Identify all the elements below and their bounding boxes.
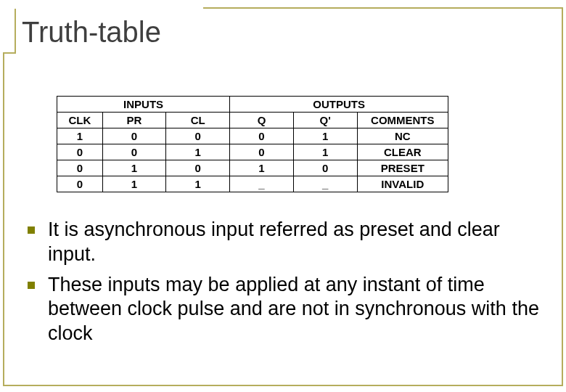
bullet-list: It is asynchronous input referred as pre… xyxy=(28,218,544,352)
cell: 0 xyxy=(102,144,166,160)
bullet-item: It is asynchronous input referred as pre… xyxy=(28,218,544,267)
cell: 1 xyxy=(166,176,230,192)
cell: 1 xyxy=(102,160,166,176)
cell: 0 xyxy=(166,160,230,176)
outputs-group-header: OUTPUTS xyxy=(230,97,448,113)
cell: NC xyxy=(357,128,448,144)
square-bullet-icon xyxy=(28,226,35,234)
square-bullet-icon xyxy=(28,282,35,289)
cell: _ xyxy=(230,176,294,192)
table-row: 0 1 0 1 0 PRESET xyxy=(57,160,448,176)
cell: PRESET xyxy=(357,160,448,176)
cell: 1 xyxy=(102,176,166,192)
cell: CLEAR xyxy=(357,144,448,160)
cell: INVALID xyxy=(357,176,448,192)
cell: 1 xyxy=(230,160,294,176)
cell: _ xyxy=(293,176,357,192)
slide-title: Truth-table xyxy=(22,16,161,49)
cell: 0 xyxy=(102,128,166,144)
col-clk: CLK xyxy=(57,113,103,128)
bullet-item: These inputs may be applied at any insta… xyxy=(28,273,544,346)
group-header-row: INPUTS OUTPUTS xyxy=(57,97,448,113)
cell: 0 xyxy=(57,144,103,160)
table-row: 1 0 0 0 1 NC xyxy=(57,128,448,144)
cell: 1 xyxy=(57,128,103,144)
cell: 0 xyxy=(57,176,103,192)
col-cl: CL xyxy=(166,113,230,128)
table-row: 0 1 1 _ _ INVALID xyxy=(57,176,448,192)
bullet-text: These inputs may be applied at any insta… xyxy=(48,273,544,346)
col-q: Q xyxy=(230,113,294,128)
cell: 1 xyxy=(293,128,357,144)
cell: 1 xyxy=(293,144,357,160)
table: INPUTS OUTPUTS CLK PR CL Q Q' COMMENTS 1… xyxy=(57,96,448,192)
cell: 1 xyxy=(166,144,230,160)
cell: 0 xyxy=(166,128,230,144)
cell: 0 xyxy=(293,160,357,176)
col-comments: COMMENTS xyxy=(357,113,448,128)
truth-table: INPUTS OUTPUTS CLK PR CL Q Q' COMMENTS 1… xyxy=(57,96,448,192)
title-notch xyxy=(3,7,16,54)
table-row: 0 0 1 0 1 CLEAR xyxy=(57,144,448,160)
title-mask xyxy=(15,6,203,9)
inputs-group-header: INPUTS xyxy=(57,97,230,113)
col-qp: Q' xyxy=(293,113,357,128)
col-pr: PR xyxy=(102,113,166,128)
bullet-text: It is asynchronous input referred as pre… xyxy=(48,218,544,267)
column-header-row: CLK PR CL Q Q' COMMENTS xyxy=(57,113,448,128)
cell: 0 xyxy=(230,128,294,144)
cell: 0 xyxy=(57,160,103,176)
cell: 0 xyxy=(230,144,294,160)
